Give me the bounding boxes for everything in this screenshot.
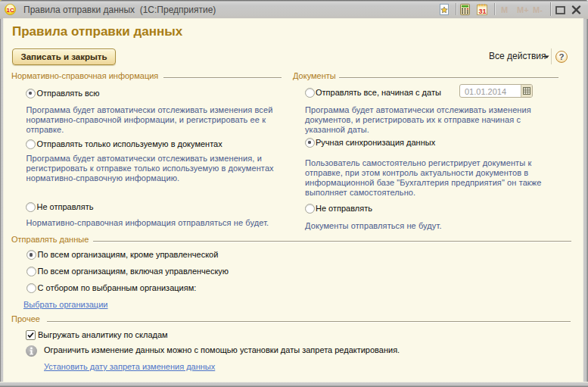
svg-text:31: 31: [478, 8, 486, 15]
svg-text:1C: 1C: [7, 7, 14, 14]
